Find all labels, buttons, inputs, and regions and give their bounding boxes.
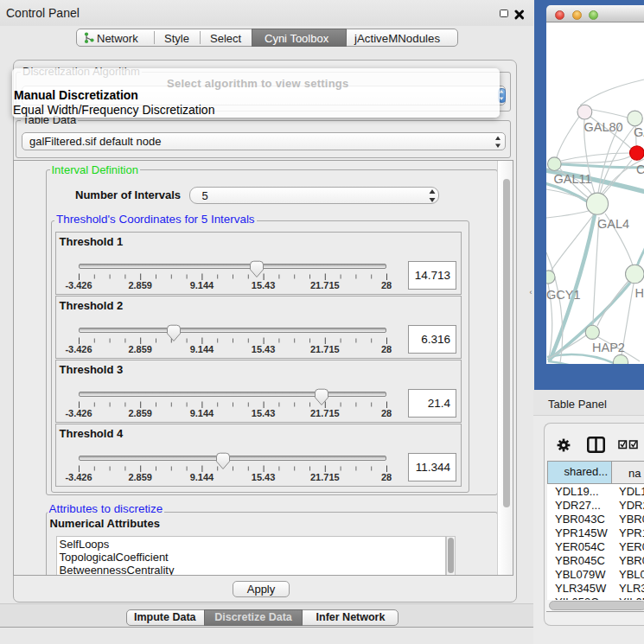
svg-text:GAL80: GAL80 [584, 120, 623, 134]
svg-text:CY: CY [636, 163, 644, 176]
svg-text:GA: GA [634, 125, 644, 139]
svg-text:HA: HA [635, 286, 644, 300]
svg-text:GCY1: GCY1 [546, 288, 581, 302]
svg-text:GAL4: GAL4 [597, 217, 629, 231]
svg-text:GAL11: GAL11 [554, 172, 592, 186]
svg-text:HAP2: HAP2 [592, 341, 625, 354]
